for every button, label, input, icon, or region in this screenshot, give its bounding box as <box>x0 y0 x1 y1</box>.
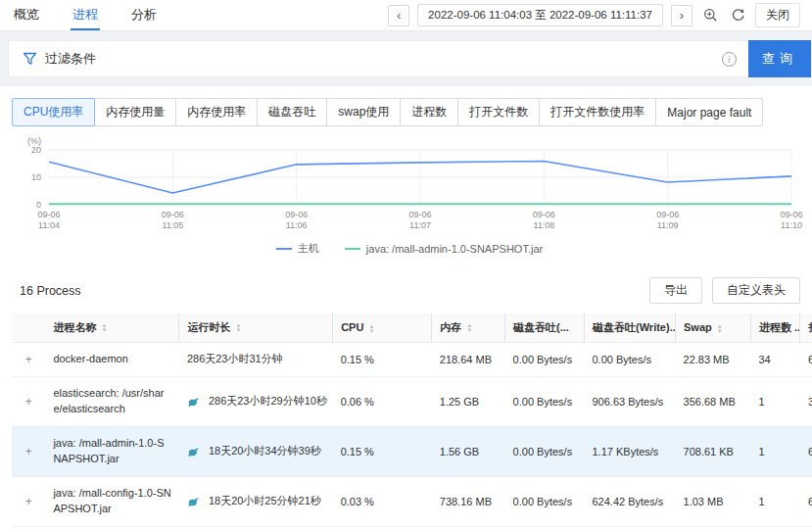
sort-icon: ▲▼ <box>368 324 374 334</box>
process-table: 进程名称▲▼ 运行时长▲▼ CPU▲▼ 内存▲▼ 磁盘吞吐(... 磁盘吞吐(W… <box>12 313 812 529</box>
svg-text:09-06: 09-06 <box>533 210 555 219</box>
refresh-icon[interactable] <box>728 6 747 25</box>
process-name[interactable]: java: /mall-admin-1.0-SNAPSHOT.jar <box>45 426 179 476</box>
process-count-title: 16 Process <box>20 284 81 298</box>
metric-tab-major-page-fault[interactable]: Major page fault <box>655 98 763 126</box>
close-button[interactable]: 关闭 <box>755 3 800 27</box>
svg-text:09-06: 09-06 <box>162 210 184 219</box>
col-swap[interactable]: Swap▲▼ <box>676 313 751 343</box>
metric-tab-proc-count[interactable]: 进程数 <box>400 98 458 126</box>
expand-row-icon[interactable]: + <box>12 343 45 377</box>
svg-text:11:08: 11:08 <box>533 220 554 230</box>
process-name[interactable]: java: /mall-config-1.0-SNAPSHOT.jar <box>45 476 179 526</box>
sort-icon: ▲▼ <box>235 323 241 333</box>
process-name[interactable]: elasticsearch: /usr/share/elasticsearch <box>45 376 179 426</box>
sort-icon: ▲▼ <box>466 323 472 333</box>
table-header-row: 进程名称▲▼ 运行时长▲▼ CPU▲▼ 内存▲▼ 磁盘吞吐(... 磁盘吞吐(W… <box>12 313 812 343</box>
table-row-selected: + java: /mall-admin-1.0-SNAPSHOT.jar 18天… <box>12 426 812 476</box>
java-app-icon <box>187 396 203 408</box>
filter-label: 过滤条件 <box>45 50 96 68</box>
top-tab-bar: 概览 进程 分析 ‹ 2022-09-06 11:04:03 至 2022-09… <box>0 0 812 31</box>
metric-tab-mem-rate[interactable]: 内存使用率 <box>175 98 258 126</box>
col-disk-write[interactable]: 磁盘吞吐(Write)... <box>585 313 676 343</box>
col-expand <box>12 313 45 343</box>
svg-text:11:07: 11:07 <box>409 220 431 230</box>
zoom-in-icon[interactable] <box>700 6 720 25</box>
info-icon[interactable]: i <box>722 52 737 67</box>
svg-text:10: 10 <box>31 172 41 182</box>
svg-text:09-06: 09-06 <box>285 210 308 219</box>
sort-icon: ▲▼ <box>101 323 107 333</box>
expand-row-icon[interactable]: + <box>12 426 45 476</box>
expand-row-icon[interactable]: + <box>12 476 45 526</box>
col-process-name[interactable]: 进程名称▲▼ <box>45 313 179 343</box>
table-row: + elasticsearch: /usr/share/elasticsearc… <box>12 376 812 426</box>
legend-swatch-java-process <box>345 248 360 250</box>
svg-text:09-06: 09-06 <box>656 210 679 219</box>
svg-text:09-06: 09-06 <box>780 210 802 219</box>
col-process-count[interactable]: 进程数 ... <box>750 313 800 343</box>
metric-tab-open-files[interactable]: 打开文件数 <box>457 98 540 126</box>
export-button[interactable]: 导出 <box>649 277 702 304</box>
col-runtime[interactable]: 运行时长▲▼ <box>179 313 333 343</box>
java-app-icon <box>187 496 203 507</box>
java-app-icon <box>187 446 203 457</box>
svg-text:20: 20 <box>31 145 41 155</box>
process-panel: CPU使用率 内存使用量 内存使用率 磁盘吞吐 swap使用 进程数 打开文件数… <box>0 86 812 529</box>
metric-tab-disk[interactable]: 磁盘吞吐 <box>257 98 327 126</box>
chart-legend: 主机 java: /mall-admin-1.0-SNAPSHOT.jar <box>12 241 807 256</box>
svg-text:11:04: 11:04 <box>38 220 60 230</box>
legend-item-host[interactable]: 主机 <box>276 241 319 256</box>
svg-text:11:05: 11:05 <box>162 220 183 230</box>
expand-row-icon[interactable]: + <box>12 376 45 426</box>
cpu-usage-chart: (%)0102009-0611:0409-0611:0509-0611:0609… <box>12 136 803 236</box>
svg-text:0: 0 <box>36 200 41 210</box>
table-row: + docker-daemon 286天23小时31分钟 0.15 % 218.… <box>12 343 812 377</box>
metric-tab-mem-usage[interactable]: 内存使用量 <box>94 98 176 126</box>
metric-tab-cpu[interactable]: CPU使用率 <box>12 98 95 126</box>
metric-tab-swap[interactable]: swap使用 <box>326 98 401 126</box>
col-cpu[interactable]: CPU▲▼ <box>333 313 432 343</box>
tab-process[interactable]: 进程 <box>71 0 100 30</box>
legend-item-java-process[interactable]: java: /mall-admin-1.0-SNAPSHOT.jar <box>345 241 543 256</box>
sort-icon: ▲▼ <box>717 324 723 334</box>
col-open-files[interactable]: 打开 <box>800 313 812 343</box>
query-button[interactable]: 查询 <box>748 40 811 77</box>
time-prev-button[interactable]: ‹ <box>388 5 409 26</box>
svg-text:09-06: 09-06 <box>37 210 60 219</box>
filter-bar: 过滤条件 i 查询 <box>8 40 812 77</box>
customize-columns-button[interactable]: 自定义表头 <box>712 277 800 304</box>
legend-swatch-host <box>276 248 292 250</box>
tab-analysis[interactable]: 分析 <box>129 0 159 30</box>
col-memory[interactable]: 内存▲▼ <box>432 313 505 343</box>
svg-text:11:10: 11:10 <box>781 220 802 230</box>
metric-tab-group: CPU使用率 内存使用量 内存使用率 磁盘吞吐 swap使用 进程数 打开文件数… <box>12 98 763 126</box>
table-row: + java: /mall-config-1.0-SNAPSHOT.jar 18… <box>12 476 812 526</box>
process-name[interactable]: docker-daemon <box>45 343 179 377</box>
metric-tab-open-files-rate[interactable]: 打开文件数使用率 <box>539 98 656 126</box>
time-next-button[interactable]: › <box>671 5 693 26</box>
filter-funnel-icon <box>23 52 37 66</box>
time-range-picker[interactable]: 2022-09-06 11:04:03 至 2022-09-06 11:11:3… <box>417 4 663 26</box>
col-disk-read[interactable]: 磁盘吞吐(... <box>505 313 585 343</box>
svg-text:09-06: 09-06 <box>408 210 431 219</box>
tab-overview[interactable]: 概览 <box>12 0 41 30</box>
svg-text:11:06: 11:06 <box>286 220 308 230</box>
svg-text:11:09: 11:09 <box>657 220 679 230</box>
